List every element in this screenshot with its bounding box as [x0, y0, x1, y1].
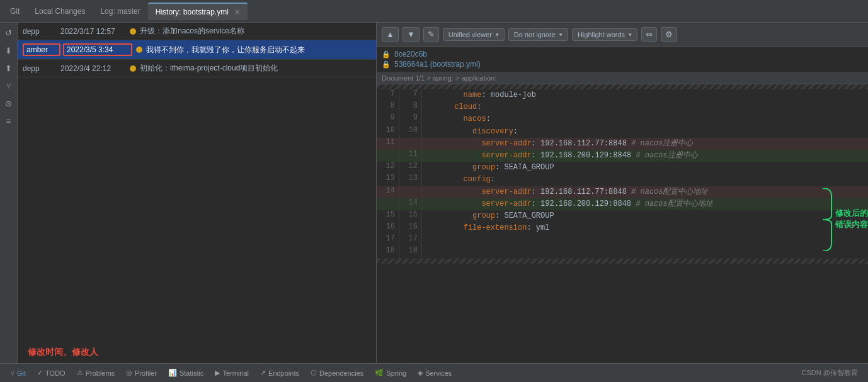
endpoints-icon: ↗ — [260, 369, 266, 377]
commit-dot-icon — [136, 47, 142, 53]
diff-line-added: 14 server-addr: 192.168.200.129:8848 # n… — [377, 198, 868, 210]
services-icon: ◈ — [418, 369, 423, 377]
status-dependencies[interactable]: ⬡ Dependencies — [306, 366, 368, 379]
commit-row[interactable]: depp 2022/3/4 22:12 初始化：itheima-project-… — [18, 60, 376, 77]
status-endpoints[interactable]: ↗ Endpoints — [255, 366, 304, 379]
diff-line: 17 17 — [377, 234, 868, 246]
search-icon[interactable]: ⊙ — [3, 97, 15, 110]
navigate-up-button[interactable]: ▲ — [382, 27, 399, 42]
commit-row[interactable]: amber 2022/3/5 3:34 我得不到你，我就毁了你，让你服务启动不起… — [18, 40, 376, 60]
chevron-down-icon: ▾ — [629, 31, 632, 38]
commit-hash-old: 8ce20c6b — [394, 50, 427, 59]
diff-line: 8 8 cloud: — [377, 101, 868, 113]
diff-content[interactable]: 7 7 name: module-job 8 8 cloud: 9 9 naco… — [377, 84, 868, 363]
commit-dot-icon — [130, 28, 136, 35]
diff-line-added: 11 server-addr: 192.168.200.129:8848 # n… — [377, 150, 868, 162]
lock-icon: 🔒 — [382, 50, 391, 59]
status-terminal[interactable]: ▶ Terminal — [210, 366, 254, 379]
breadcrumb: Document 1/1 > spring: > application: — [377, 72, 868, 84]
profiler-icon: ◎ — [126, 369, 132, 377]
spring-icon: 🌿 — [375, 369, 384, 377]
todo-icon: ✓ — [37, 369, 43, 377]
commit-panel: depp 2022/3/17 12:57 升级：添加nacos的service名… — [18, 23, 377, 363]
diff-line: 13 13 config: — [377, 174, 868, 186]
diff-line: 10 10 discovery: — [377, 126, 868, 138]
ignore-button[interactable]: Do not ignore ▾ — [508, 28, 568, 41]
commit-list: depp 2022/3/17 12:57 升级：添加nacos的service名… — [18, 23, 376, 342]
diff-toolbar: ▲ ▼ ✎ Unified viewer ▾ Do not ignore ▾ H… — [377, 23, 868, 47]
stash-icon[interactable]: ≡ — [3, 115, 15, 127]
highlight-words-button[interactable]: Highlight words ▾ — [572, 28, 637, 41]
commit-author: amber — [23, 43, 60, 56]
terminal-icon: ▶ — [215, 369, 220, 377]
diff-line: 12 12 group: SEATA_GROUP — [377, 162, 868, 174]
git-icon: ⑂ — [10, 369, 14, 378]
tab-bar: Git Local Changes Log: master History: b… — [0, 0, 868, 23]
commit-date: 2022/3/17 12:57 — [60, 27, 130, 36]
diff-line-removed: 14 server-addr: 192.168.112.77:8848 # na… — [377, 186, 868, 198]
tab-git[interactable]: Git — [3, 3, 27, 20]
problems-icon: ⚠ — [77, 369, 83, 377]
commit-author: depp — [23, 27, 60, 36]
diff-line: 18 18 — [377, 246, 868, 258]
statistic-icon: 📊 — [168, 369, 177, 377]
commit-row[interactable]: depp 2022/3/17 12:57 升级：添加nacos的service名… — [18, 23, 376, 40]
refresh-icon[interactable]: ↺ — [3, 26, 15, 39]
lock-icon: 🔒 — [382, 60, 391, 69]
unified-viewer-button[interactable]: Unified viewer ▾ — [443, 28, 505, 41]
commit-dot-icon — [130, 65, 136, 72]
diff-line: 7 7 name: module-job — [377, 89, 868, 101]
commit-info: 🔒 8ce20c6b 🔒 538664a1 (bootstrap.yml) — [377, 47, 868, 72]
diff-line: 9 9 nacos: — [377, 113, 868, 125]
fetch-icon[interactable]: ⬇ — [3, 44, 15, 57]
status-statistic[interactable]: 📊 Statistic — [163, 366, 209, 379]
branch-icon[interactable]: ⑂ — [3, 79, 15, 92]
status-bar: ⑂ Git ✓ TODO ⚠ Problems ◎ Profiler 📊 Sta… — [0, 363, 868, 382]
diff-panel: ▲ ▼ ✎ Unified viewer ▾ Do not ignore ▾ H… — [377, 23, 868, 363]
tab-close-icon[interactable]: ✕ — [234, 8, 240, 16]
diff-separator — [377, 259, 868, 264]
status-git[interactable]: ⑂ Git — [5, 366, 31, 380]
push-icon[interactable]: ⬆ — [3, 62, 15, 74]
tab-history-bootstrap[interactable]: History: bootstrap.yml ✕ — [148, 3, 248, 20]
status-problems[interactable]: ⚠ Problems — [72, 366, 120, 379]
left-sidebar: ↺ ⬇ ⬆ ⑂ ⊙ ≡ — [0, 23, 18, 363]
diff-separator — [377, 84, 868, 89]
chevron-down-icon: ▾ — [559, 31, 562, 38]
columns-icon[interactable]: ⇔ — [641, 27, 657, 42]
brand-label: CSDN @传智教育 — [797, 368, 863, 378]
chevron-down-icon: ▾ — [496, 31, 499, 38]
commit-author: depp — [23, 64, 60, 73]
status-services[interactable]: ◈ Services — [413, 366, 457, 379]
tab-local-changes[interactable]: Local Changes — [27, 3, 93, 20]
commit-message: 升级：添加nacos的service名称 — [140, 26, 244, 37]
dependencies-icon: ⬡ — [311, 369, 317, 377]
commit-message: 我得不到你，我就毁了你，让你服务启动不起来 — [146, 45, 305, 55]
main-content: ↺ ⬇ ⬆ ⑂ ⊙ ≡ depp 2022/3/17 12:57 升级：添加na… — [0, 23, 868, 363]
status-todo[interactable]: ✓ TODO — [32, 366, 71, 379]
commit-annotation: 修改时间、修改人 — [18, 342, 376, 363]
settings-icon[interactable]: ⚙ — [661, 27, 677, 42]
edit-button[interactable]: ✎ — [423, 27, 439, 42]
navigate-down-button[interactable]: ▼ — [403, 27, 420, 42]
diff-line-removed: 11 server-addr: 192.168.112.77:8848 # na… — [377, 138, 868, 150]
tab-log-master[interactable]: Log: master — [93, 3, 147, 20]
commit-hash-new: 538664a1 (bootstrap.yml) — [394, 60, 481, 69]
diff-line: 16 16 file-extension: yml — [377, 222, 868, 234]
commit-date: 2022/3/5 3:34 — [63, 43, 132, 56]
status-spring[interactable]: 🌿 Spring — [370, 366, 411, 379]
status-profiler[interactable]: ◎ Profiler — [121, 366, 162, 379]
commit-message: 初始化：itheima-project-cloud项目初始化 — [140, 63, 278, 74]
commit-date: 2022/3/4 22:12 — [60, 64, 130, 73]
diff-line: 15 15 group: SEATA_GROUP — [377, 210, 868, 222]
